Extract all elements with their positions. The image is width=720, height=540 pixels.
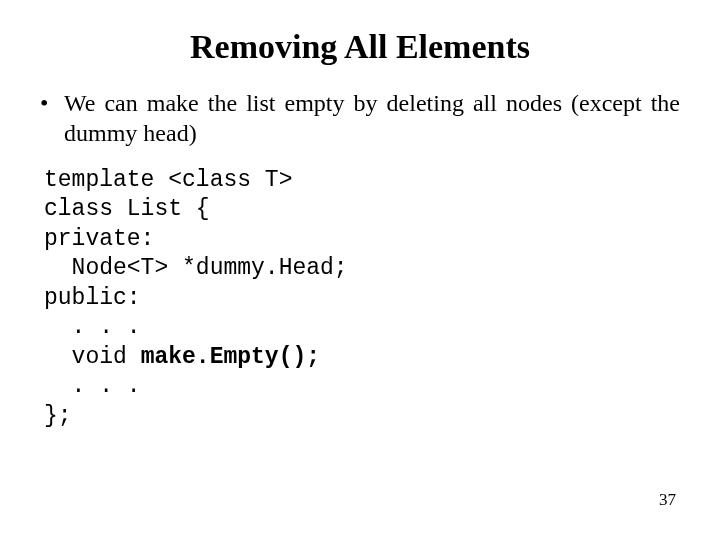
code-line-2: class List { bbox=[44, 196, 210, 222]
code-line-8: . . . bbox=[44, 373, 141, 399]
bullet-row: • We can make the list empty by deleting… bbox=[40, 88, 680, 148]
code-line-7b: make.Empty(); bbox=[141, 344, 320, 370]
code-line-4: Node<T> *dummy.Head; bbox=[44, 255, 348, 281]
code-line-9: }; bbox=[44, 403, 72, 429]
code-line-3: private: bbox=[44, 226, 154, 252]
slide: Removing All Elements • We can make the … bbox=[0, 0, 720, 540]
code-line-1: template <class T> bbox=[44, 167, 292, 193]
code-line-6: . . . bbox=[44, 314, 141, 340]
code-line-5: public: bbox=[44, 285, 141, 311]
slide-title: Removing All Elements bbox=[40, 28, 680, 66]
page-number: 37 bbox=[659, 490, 676, 510]
code-line-7a: void bbox=[44, 344, 141, 370]
bullet-text: We can make the list empty by deleting a… bbox=[64, 88, 680, 148]
bullet-block: • We can make the list empty by deleting… bbox=[40, 88, 680, 148]
code-block: template <class T> class List { private:… bbox=[44, 166, 680, 431]
bullet-dot-icon: • bbox=[40, 88, 64, 118]
